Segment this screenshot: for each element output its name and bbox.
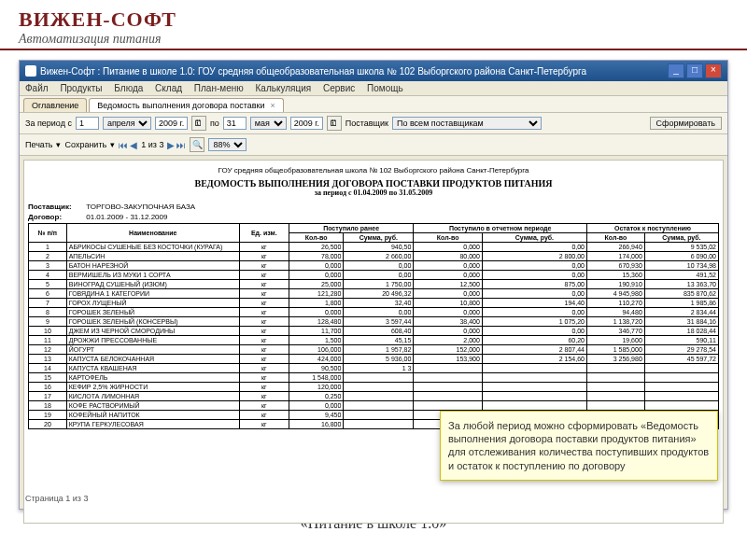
table-row: 9ГОРОШЕК ЗЕЛЕНЫЙ (КОНСЕРВЫ)кг128,4803 59… [29, 317, 719, 327]
tab-contents[interactable]: Оглавление [23, 98, 87, 112]
calendar-to-icon[interactable]: 🗓 [327, 116, 342, 131]
page-footer: Страница 1 из 3 [25, 494, 88, 503]
menu-dishes[interactable]: Блюда [114, 83, 143, 93]
nav-next-icon[interactable]: ▶ [167, 140, 175, 150]
page-indicator: 1 из 3 [141, 140, 163, 149]
menu-calc[interactable]: Калькуляция [256, 83, 312, 93]
supplier-label: Поставщик [345, 119, 388, 128]
table-row: 14КАПУСТА КВАШЕНАЯкг90,5001 3 [29, 364, 719, 373]
app-window: Вижен-Софт : Питание в школе 1.0: ГОУ ср… [19, 60, 728, 510]
table-row: 10ДЖЕМ ИЗ ЧЕРНОЙ СМОРОДИНЫкг11,700608,40… [29, 327, 719, 336]
titlebar: Вижен-Софт : Питание в школе 1.0: ГОУ ср… [20, 61, 727, 81]
brand-subtitle: Автоматизация питания [19, 32, 728, 47]
search-icon[interactable]: 🔍 [190, 137, 204, 152]
org-name: ГОУ средняя общеобразовательная школа № … [28, 166, 719, 175]
table-row: 2АПЕЛЬСИНкг78,0002 660,0080,0002 800,001… [29, 252, 719, 261]
contract-line: Договор: 01.01.2009 - 31.12.2009 [28, 213, 719, 221]
table-row: 15КАРТОФЕЛЬкг1 548,000 [29, 373, 719, 383]
tab-close-icon[interactable]: × [270, 101, 275, 110]
table-row: 1АБРИКОСЫ СУШЕНЫЕ БЕЗ КОСТОЧКИ (КУРАГА)к… [29, 243, 719, 252]
table-row: 8ГОРОШЕК ЗЕЛЕНЫЙкг0,0000,000,0000,0094,4… [29, 308, 719, 317]
table-row: 17КИСЛОТА ЛИМОННАЯкг0,250 [29, 392, 719, 401]
maximize-button[interactable]: □ [686, 63, 703, 78]
table-row: 11ДРОЖЖИ ПРЕССОВАННЫЕкг1,50045,152,00060… [29, 336, 719, 345]
from-year[interactable] [155, 117, 188, 130]
print-toolbar: Печать▾ Сохранить▾ ⏮ ◀ 1 из 3 ▶ ⏭ 🔍 88% [20, 134, 727, 156]
from-day[interactable] [76, 117, 99, 130]
nav-first-icon[interactable]: ⏮ [119, 140, 128, 150]
generate-button[interactable]: Сформировать [650, 117, 722, 130]
table-row: 18КОФЕ РАСТВОРИМЫЙкг0,000 [29, 401, 719, 411]
menu-products[interactable]: Продукты [60, 83, 102, 93]
table-row: 16КЕФИР 2,5% ЖИРНОСТИкг120,000 [29, 383, 719, 392]
app-icon [25, 65, 36, 77]
to-day[interactable] [223, 117, 247, 130]
report-document: ГОУ средняя общеобразовательная школа № … [28, 166, 719, 429]
annotation-callout: За любой период можно сформировать «Ведо… [440, 411, 718, 481]
menubar: Файл Продукты Блюда Склад План-меню Каль… [20, 81, 727, 96]
table-row: 6ГОВЯДИНА 1 КАТЕГОРИИкг121,28020 496,320… [29, 289, 719, 299]
minimize-button[interactable]: _ [668, 63, 684, 78]
tab-bar: Оглавление Ведомость выполнения договора… [20, 96, 727, 113]
table-row: 4ВЕРМИШЕЛЬ ИЗ МУКИ 1 СОРТАкг0,0000,000,0… [29, 271, 719, 280]
nav-last-icon[interactable]: ⏭ [176, 140, 186, 150]
table-row: 12ЙОГУРТкг106,0001 957,82152,0002 807,44… [29, 345, 719, 355]
to-month[interactable]: мая [250, 117, 287, 130]
menu-file[interactable]: Файл [25, 83, 49, 93]
from-month[interactable]: апреля [103, 117, 151, 130]
print-button[interactable]: Печать [25, 140, 52, 149]
period-toolbar: За период с апреля 🗓 по мая 🗓 Поставщик … [20, 113, 727, 134]
report-title: ВЕДОМОСТЬ ВЫПОЛНЕНИЯ ДОГОВОРА ПОСТАВКИ П… [28, 178, 719, 189]
window-title: Вижен-Софт : Питание в школе 1.0: ГОУ ср… [40, 66, 586, 77]
save-button[interactable]: Сохранить [64, 140, 106, 149]
brand-header: ВИЖЕН-СОФТ Автоматизация питания [0, 0, 747, 50]
calendar-from-icon[interactable]: 🗓 [191, 116, 206, 131]
zoom-select[interactable]: 88% [208, 138, 247, 151]
menu-warehouse[interactable]: Склад [155, 83, 182, 93]
period-label: За период с [25, 119, 72, 128]
menu-service[interactable]: Сервис [323, 83, 355, 93]
table-row: 7ГОРОХ ЛУЩЕНЫЙкг1,80032,4010,800194,4011… [29, 299, 719, 308]
close-button[interactable]: × [705, 63, 722, 78]
report-table: № п/п Наименование Ед. изм. Поступило ра… [28, 223, 719, 429]
menu-plan[interactable]: План-меню [194, 83, 244, 93]
nav-prev-icon[interactable]: ◀ [130, 140, 137, 150]
table-row: 3БАТОН НАРЕЗНОЙкг0,0000,000,0000,00670,9… [29, 261, 719, 271]
report-period: за период с 01.04.2009 по 31.05.2009 [28, 189, 719, 197]
tab-report[interactable]: Ведомость выполнения договора поставки× [89, 98, 284, 112]
table-row: 13КАПУСТА БЕЛОКОЧАННАЯкг424,0005 936,001… [29, 355, 719, 364]
supplier-line: Поставщик: ТОРГОВО-ЗАКУПОЧНАЯ БАЗА [28, 203, 719, 211]
to-year[interactable] [290, 117, 323, 130]
supplier-select[interactable]: По всем поставщикам [392, 117, 542, 130]
brand-title: ВИЖЕН-СОФТ [19, 7, 728, 32]
table-row: 5ВИНОГРАД СУШЕНЫЙ (ИЗЮМ)кг25,0001 750,00… [29, 280, 719, 289]
menu-help[interactable]: Помощь [367, 83, 403, 93]
